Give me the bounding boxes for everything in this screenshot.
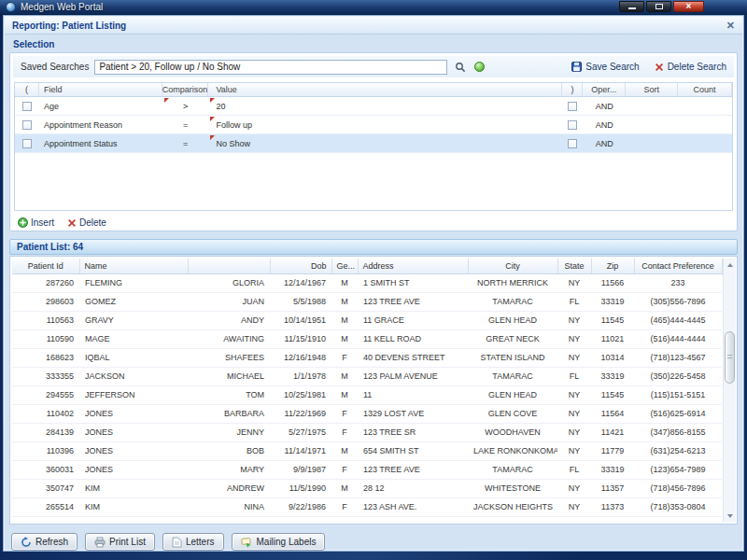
filter-field-cell[interactable]: Appointment Reason <box>39 116 162 133</box>
patient-column-header[interactable]: Ge... <box>331 259 358 273</box>
table-row[interactable]: 360031JONESMARY9/9/1987F123 TREE AVETAMA… <box>12 460 722 479</box>
table-row[interactable]: 298603GOMEZJUAN5/5/1988M123 TREE AVETAMA… <box>12 292 722 311</box>
table-cell: 11421 <box>591 423 634 441</box>
refresh-button[interactable]: Refresh <box>11 533 78 551</box>
open-paren-checkbox[interactable] <box>22 139 32 148</box>
letters-button[interactable]: Letters <box>162 533 224 551</box>
filter-sort-cell[interactable] <box>626 134 678 152</box>
scroll-up-button[interactable] <box>724 259 736 271</box>
table-row[interactable]: 110396JONESBOB11/14/1971M654 SMITH STLAK… <box>12 441 722 460</box>
filter-row[interactable]: Appointment Reason=Follow upAND <box>15 116 732 134</box>
table-cell: 110563 <box>12 311 79 329</box>
patient-column-header[interactable]: Dob <box>270 259 331 273</box>
filter-value-cell[interactable]: Follow up <box>208 116 562 133</box>
go-button[interactable] <box>472 60 486 74</box>
delete-button[interactable]: Delete <box>67 217 106 228</box>
table-cell: 294555 <box>12 385 79 404</box>
filter-sort-cell[interactable] <box>626 116 678 133</box>
close-icon[interactable]: ✕ <box>726 21 735 31</box>
filter-value-cell[interactable]: No Show <box>208 134 562 152</box>
minimize-button[interactable] <box>619 1 644 12</box>
table-cell: 10/25/1981 <box>270 385 331 404</box>
search-button[interactable] <box>453 60 467 74</box>
filter-comparison-cell[interactable]: > <box>162 97 209 115</box>
table-cell: (347)856-8155 <box>634 423 722 441</box>
table-cell: GLORIA <box>188 273 270 292</box>
print-list-button[interactable]: Print List <box>85 533 155 551</box>
table-cell: 11/22/1969 <box>270 404 331 423</box>
save-search-button[interactable]: Save Search <box>571 62 639 72</box>
filter-column-header: Count <box>678 83 732 96</box>
filter-operator-cell[interactable]: AND <box>583 97 626 115</box>
table-cell: F <box>331 497 358 516</box>
filter-value-cell[interactable]: 20 <box>208 97 562 115</box>
open-paren-checkbox[interactable] <box>22 102 32 111</box>
patient-column-header[interactable]: Address <box>358 259 468 273</box>
saved-search-input[interactable] <box>94 60 447 75</box>
filter-comparison-cell[interactable]: = <box>162 134 209 152</box>
go-icon <box>474 62 485 72</box>
filter-field-cell[interactable]: Appointment Status <box>39 134 162 152</box>
table-cell: 123 TREE AVE <box>358 460 468 479</box>
arrow-up-icon <box>727 263 733 267</box>
table-cell: NINA <box>188 497 270 516</box>
vertical-scrollbar[interactable] <box>723 259 736 522</box>
table-cell: JACKSON <box>79 367 188 385</box>
close-paren-checkbox[interactable] <box>568 102 577 111</box>
filter-operator-cell[interactable]: AND <box>583 134 626 152</box>
table-cell: NY <box>557 273 591 292</box>
filter-sort-cell[interactable] <box>626 97 678 115</box>
patient-column-header[interactable]: Contact Preference <box>634 259 722 273</box>
table-row[interactable]: 350747KIMANDREW11/5/1990M28 12WHITESTONE… <box>12 479 722 497</box>
open-paren-checkbox[interactable] <box>22 120 32 130</box>
table-cell: NORTH MERRICK <box>468 273 557 292</box>
filter-row[interactable]: Appointment Status=No ShowAND <box>15 134 732 153</box>
delete-search-button[interactable]: Delete Search <box>655 62 726 72</box>
table-row[interactable]: 110590MAGEAWAITING11/15/1910M11 KELL ROA… <box>12 329 722 348</box>
patient-column-header[interactable]: Zip <box>591 259 634 273</box>
window-controls: × <box>619 1 704 12</box>
filter-field-cell[interactable]: Age <box>39 97 162 115</box>
table-cell: 11545 <box>591 385 634 404</box>
table-cell: 11779 <box>591 441 634 460</box>
table-cell: TOM <box>188 385 270 404</box>
filter-column-header: Oper... <box>583 83 626 96</box>
scroll-down-button[interactable] <box>724 510 736 522</box>
table-cell: WHITESTONE <box>468 479 557 497</box>
patient-column-header[interactable]: Name <box>79 259 188 273</box>
table-row[interactable]: 168623IQBALSHAFEES12/16/1948F40 DEVENS S… <box>12 348 722 367</box>
filter-column-header: Sort <box>626 83 678 96</box>
filter-row[interactable]: Age>20AND <box>15 97 732 116</box>
table-row[interactable]: 294555JEFFERSONTOM10/25/1981M11GLEN HEAD… <box>12 385 722 404</box>
search-icon <box>455 62 466 73</box>
close-paren-checkbox[interactable] <box>568 139 577 148</box>
table-cell: 11373 <box>591 497 634 516</box>
filter-operator-cell[interactable]: AND <box>583 116 626 133</box>
table-cell: 11566 <box>591 273 634 292</box>
patient-column-header[interactable]: Patient Id <box>12 259 79 273</box>
table-row[interactable]: 333355JACKSONMICHAEL1/1/1978M123 PALM AV… <box>12 367 722 385</box>
scrollbar-thumb[interactable] <box>725 331 735 384</box>
mailing-labels-button[interactable]: Mailing Labels <box>232 533 326 551</box>
table-cell: (718)456-7896 <box>634 479 722 497</box>
table-row[interactable]: 287260FLEMINGGLORIA12/14/1967M1 SMITH ST… <box>12 273 722 292</box>
table-row[interactable]: 110402JONESBARBARA11/22/1969F1329 LOST A… <box>12 404 722 423</box>
modified-flag-icon <box>210 135 215 140</box>
patient-column-header[interactable] <box>188 259 270 273</box>
patient-column-header[interactable]: City <box>468 259 557 273</box>
filter-count-cell[interactable] <box>678 134 732 152</box>
close-paren-checkbox[interactable] <box>568 120 577 130</box>
table-cell: M <box>331 479 358 497</box>
filter-count-cell[interactable] <box>678 116 732 133</box>
table-cell: GRAVY <box>79 311 188 329</box>
close-window-button[interactable]: × <box>673 1 704 12</box>
patient-column-header[interactable]: State <box>557 259 591 273</box>
filter-comparison-cell[interactable]: = <box>162 116 209 133</box>
insert-button[interactable]: Insert <box>18 217 54 228</box>
table-row[interactable]: 110563GRAVYANDY10/14/1951M11 GRACEGLEN H… <box>12 311 722 329</box>
filter-count-cell[interactable] <box>678 97 732 115</box>
maximize-button[interactable] <box>646 1 671 12</box>
table-row[interactable]: 265514KIMNINA9/22/1986F123 ASH AVE.JACKS… <box>12 497 722 516</box>
table-cell: 123 TREE AVE <box>358 292 468 311</box>
table-row[interactable]: 284139JONESJENNY5/27/1975F123 TREE SRWOO… <box>12 423 722 441</box>
